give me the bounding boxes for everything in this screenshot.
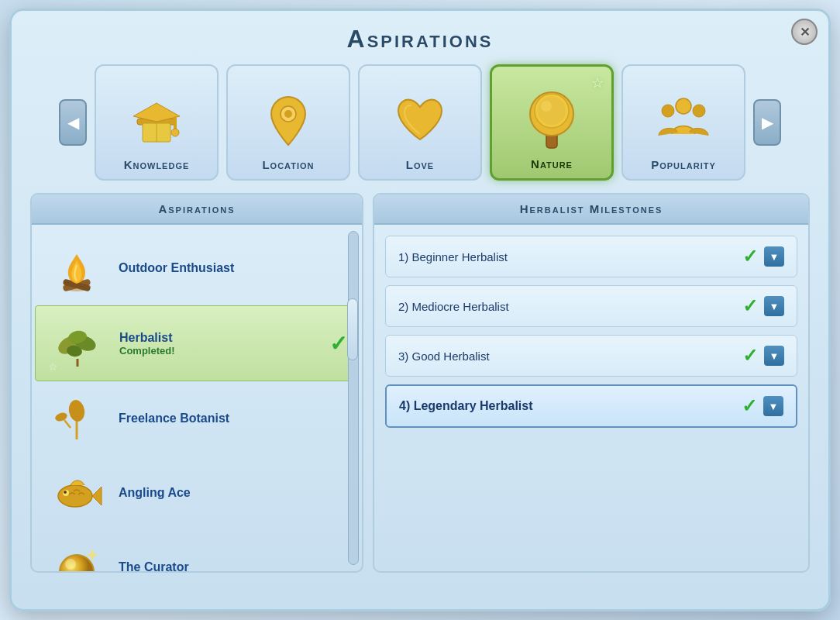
nav-left-arrow[interactable]: ◀ (59, 99, 87, 146)
outdoor-icon (46, 237, 108, 299)
svg-point-30 (64, 491, 67, 494)
svg-point-28 (58, 485, 92, 507)
botanist-icon (46, 388, 108, 450)
milestones-panel: Herbalist Milestones 1) Beginner Herbali… (373, 193, 810, 573)
svg-point-15 (693, 105, 705, 117)
category-item-location[interactable]: Location (226, 64, 350, 181)
milestone-item-3[interactable]: 3) Good Herbalist ✓ ▼ (385, 335, 797, 377)
milestone-dropdown-4[interactable]: ▼ (763, 396, 783, 416)
svg-point-11 (538, 97, 566, 125)
herbalist-text: Herbalist Completed! (119, 331, 318, 356)
milestone-list: 1) Beginner Herbalist ✓ ▼ 2) Mediocre He… (374, 225, 808, 439)
milestone-check-3: ✓ (742, 345, 758, 367)
scroll-thumb[interactable] (347, 298, 358, 360)
close-button[interactable]: ✕ (791, 19, 818, 45)
love-icon (385, 85, 455, 155)
knowledge-icon (122, 85, 191, 155)
milestone-right-3: ✓ ▼ (742, 345, 784, 367)
milestone-right-2: ✓ ▼ (742, 295, 784, 317)
herbalist-name: Herbalist (119, 331, 318, 345)
category-nav: ◀ Knowledge (30, 64, 810, 181)
svg-point-14 (662, 105, 674, 117)
category-label-love: Love (406, 158, 434, 171)
svg-point-31 (60, 555, 94, 571)
main-content: Aspirations (30, 193, 810, 573)
outdoor-name: Outdoor Enthusiast (119, 261, 348, 275)
svg-point-7 (284, 110, 292, 118)
category-item-knowledge[interactable]: Knowledge (95, 64, 219, 181)
category-item-popularity[interactable]: Popularity (621, 64, 745, 181)
aspirations-panel-header: Aspirations (32, 195, 362, 225)
svg-point-13 (676, 98, 691, 114)
angling-text: Angling Ace (119, 486, 348, 500)
star-badge: ☆ (591, 74, 604, 91)
milestone-check-2: ✓ (742, 295, 758, 317)
category-label-knowledge: Knowledge (124, 158, 190, 171)
location-icon (253, 85, 323, 155)
category-label-location: Location (262, 158, 314, 171)
nature-icon (517, 84, 587, 154)
milestone-check-1: ✓ (742, 246, 758, 267)
milestone-check-4: ✓ (742, 395, 757, 417)
curator-name: The Curator (119, 560, 348, 571)
category-item-love[interactable]: Love (358, 64, 482, 181)
curator-icon (46, 536, 108, 571)
herbalist-icon: ☆ (46, 312, 108, 374)
aspirations-modal: ✕ Aspirations ◀ Knowledge (9, 9, 831, 611)
aspiration-item-botanist[interactable]: Freelance Botanist (35, 381, 359, 456)
milestone-item-1[interactable]: 1) Beginner Herbalist ✓ ▼ (385, 236, 797, 277)
milestone-label-2: 2) Mediocre Herbalist (398, 300, 509, 313)
angling-icon (46, 462, 108, 524)
popularity-icon (649, 85, 718, 155)
svg-point-25 (67, 398, 87, 422)
svg-point-32 (65, 559, 76, 570)
milestone-right-1: ✓ ▼ (742, 246, 784, 267)
herbalist-completed: Completed! (119, 345, 318, 356)
svg-line-26 (64, 420, 71, 428)
modal-title: Aspirations (30, 11, 810, 64)
aspiration-item-angling[interactable]: Angling Ace (35, 456, 359, 530)
botanist-text: Freelance Botanist (119, 412, 348, 425)
aspirations-list: Outdoor Enthusiast (32, 225, 362, 571)
milestone-label-1: 1) Beginner Herbalist (398, 250, 508, 264)
milestone-dropdown-2[interactable]: ▼ (764, 296, 784, 316)
svg-point-3 (171, 129, 179, 136)
scroll-track[interactable] (348, 231, 359, 565)
aspirations-panel: Aspirations (30, 193, 363, 573)
curator-text: The Curator (119, 560, 348, 571)
aspiration-item-herbalist[interactable]: ☆ Herbalist Completed! ✓ (35, 305, 359, 381)
category-label-popularity: Popularity (651, 158, 716, 171)
angling-name: Angling Ace (119, 486, 348, 500)
category-item-nature[interactable]: ☆ Nature (490, 64, 614, 181)
milestone-item-4[interactable]: 4) Legendary Herbalist ✓ ▼ (385, 384, 797, 428)
herbalist-check: ✓ (329, 331, 347, 356)
outdoor-text: Outdoor Enthusiast (119, 261, 348, 275)
aspiration-item-curator[interactable]: The Curator (35, 530, 359, 571)
svg-rect-2 (174, 116, 177, 130)
aspiration-item-outdoor[interactable]: Outdoor Enthusiast (35, 231, 359, 305)
svg-point-12 (541, 101, 552, 112)
nav-right-arrow[interactable]: ▶ (753, 99, 781, 146)
milestones-panel-header: Herbalist Milestones (374, 195, 808, 225)
category-label-nature: Nature (531, 157, 573, 170)
milestone-label-3: 3) Good Herbalist (398, 350, 490, 363)
botanist-name: Freelance Botanist (119, 412, 348, 425)
milestone-dropdown-3[interactable]: ▼ (764, 346, 784, 366)
milestone-dropdown-1[interactable]: ▼ (764, 246, 784, 267)
milestone-label-4: 4) Legendary Herbalist (399, 399, 533, 413)
milestone-right-4: ✓ ▼ (742, 395, 783, 417)
milestone-item-2[interactable]: 2) Mediocre Herbalist ✓ ▼ (385, 285, 797, 327)
